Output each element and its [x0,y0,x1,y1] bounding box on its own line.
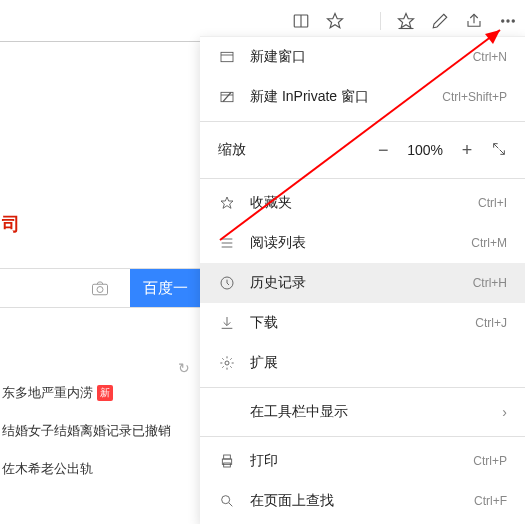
svg-line-14 [223,92,231,101]
menu-label: 打印 [250,452,473,470]
menu-downloads[interactable]: 下载 Ctrl+J [200,303,525,343]
news-item[interactable]: 结婚女子结婚离婚记录已撤销 [2,422,171,440]
svg-marker-15 [221,197,233,208]
extensions-icon [218,354,236,372]
star-icon [218,194,236,212]
news-item[interactable]: 佐木希老公出轨 [2,460,171,478]
star-icon[interactable] [326,12,344,30]
site-logo: 司 [2,212,20,236]
svg-point-21 [225,361,229,365]
download-icon [218,314,236,332]
menu-extensions[interactable]: 扩展 [200,343,525,383]
menu-label: 扩展 [250,354,507,372]
svg-point-7 [512,19,514,21]
menu-history[interactable]: 历史记录 Ctrl+H [200,263,525,303]
chevron-right-icon: › [502,404,507,420]
news-text: 结婚女子结婚离婚记录已撤销 [2,422,171,440]
menu-favorites[interactable]: 收藏夹 Ctrl+I [200,183,525,223]
svg-point-6 [507,19,509,21]
menu-shortcut: Ctrl+M [471,236,507,250]
news-badge: 新 [97,385,113,401]
menu-separator [200,178,525,179]
menu-label: 历史记录 [250,274,473,292]
menu-shortcut: Ctrl+N [473,50,507,64]
menu-shortcut: Ctrl+H [473,276,507,290]
svg-rect-23 [224,455,231,459]
svg-marker-3 [399,13,414,27]
menu-reading-list[interactable]: 阅读列表 Ctrl+M [200,223,525,263]
print-icon [218,452,236,470]
svg-point-25 [222,496,230,504]
news-list: 东多地严重内涝 新 结婚女子结婚离婚记录已撤销 佐木希老公出轨 [2,384,171,498]
reading-view-icon[interactable] [292,12,310,30]
svg-rect-8 [93,284,108,295]
menu-separator [200,436,525,437]
history-icon [218,274,236,292]
zoom-label: 缩放 [218,141,359,159]
menu-label: 在工具栏中显示 [250,403,502,421]
search-bar: 百度一 [0,268,200,308]
menu-label: 阅读列表 [250,234,471,252]
news-item[interactable]: 东多地严重内涝 新 [2,384,171,402]
share-icon[interactable] [465,12,483,30]
zoom-value: 100% [407,142,443,158]
menu-separator [200,387,525,388]
page-content: 司 百度一 ↻ 东多地严重内涝 新 结婚女子结婚离婚记录已撤销 佐木希老公出轨 [0,42,200,524]
svg-point-5 [502,19,504,21]
refresh-icon[interactable]: ↻ [178,360,190,376]
zoom-out-button[interactable]: − [373,140,393,161]
menu-label: 新建 InPrivate 窗口 [250,88,442,106]
favorites-hub-icon[interactable] [397,12,415,30]
menu-label: 新建窗口 [250,48,473,66]
menu-new-inprivate[interactable]: 新建 InPrivate 窗口 Ctrl+Shift+P [200,77,525,117]
camera-icon[interactable] [0,269,130,307]
more-icon[interactable] [499,12,517,30]
menu-find[interactable]: 在页面上查找 Ctrl+F [200,481,525,521]
window-icon [218,48,236,66]
fullscreen-icon[interactable] [491,141,507,160]
menu-shortcut: Ctrl+F [474,494,507,508]
menu-label: 在页面上查找 [250,492,474,510]
menu-shortcut: Ctrl+J [475,316,507,330]
menu-label: 收藏夹 [250,194,478,212]
svg-marker-2 [328,13,343,27]
svg-line-26 [229,503,232,506]
menu-label: 下载 [250,314,475,332]
svg-point-9 [97,287,103,293]
settings-menu: 新建窗口 Ctrl+N 新建 InPrivate 窗口 Ctrl+Shift+P… [200,36,525,524]
inprivate-icon [218,88,236,106]
pen-icon[interactable] [431,12,449,30]
news-text: 东多地严重内涝 [2,384,93,402]
search-icon [218,492,236,510]
menu-show-in-toolbar[interactable]: 在工具栏中显示 › [200,392,525,432]
menu-shortcut: Ctrl+P [473,454,507,468]
menu-shortcut: Ctrl+I [478,196,507,210]
zoom-in-button[interactable]: + [457,140,477,161]
list-icon [218,234,236,252]
svg-rect-10 [221,52,233,61]
menu-shortcut: Ctrl+Shift+P [442,90,507,104]
svg-rect-24 [224,463,231,467]
search-button[interactable]: 百度一 [130,269,200,307]
news-text: 佐木希老公出轨 [2,460,93,478]
menu-zoom: 缩放 − 100% + [200,126,525,174]
menu-separator [200,121,525,122]
menu-print[interactable]: 打印 Ctrl+P [200,441,525,481]
menu-new-window[interactable]: 新建窗口 Ctrl+N [200,37,525,77]
